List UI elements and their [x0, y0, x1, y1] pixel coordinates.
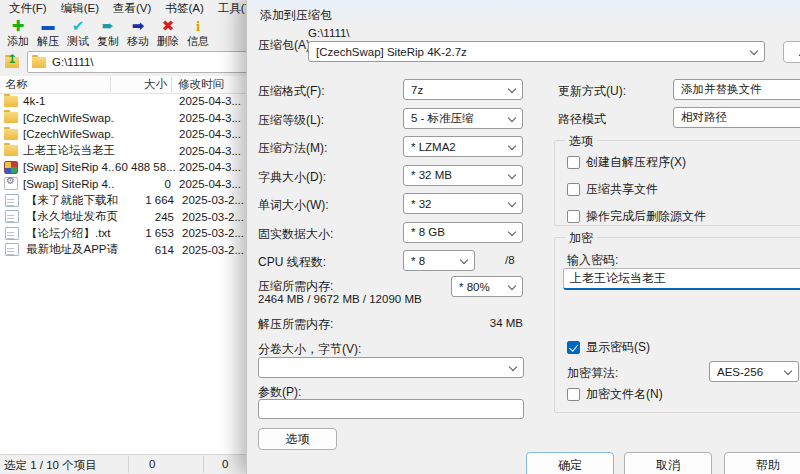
file-row[interactable]: 【来了就能下载和... 1 664 2025-03-2... [0, 192, 246, 209]
file-modified: 2025-04-3... [171, 95, 241, 107]
field-combo[interactable]: * 32 MB [403, 165, 523, 186]
toolbar-button[interactable]: i 信息 [183, 17, 213, 50]
options-checkboxes: 创建自解压程序(X) 压缩共享文件 操作完成后删除源文件 [555, 154, 706, 235]
file-type-icon [5, 194, 19, 207]
file-row[interactable]: 最新地址及APP请... 614 2025-03-2... [0, 242, 246, 259]
cancel-button-label: 取消 [656, 457, 680, 474]
column-header-size[interactable]: 大小 [111, 77, 172, 92]
checkbox-label: 压缩共享文件 [586, 181, 658, 198]
selection-status: 选定 1 / 10 个项目 [4, 458, 97, 473]
field-label: 字典大小(D): [258, 169, 326, 186]
archive-name-combo[interactable]: [CzechSwap] SiteRip 4K-2.7z [308, 41, 765, 62]
file-row[interactable]: 4k-1 2025-04-3... [0, 93, 246, 110]
status-separator [128, 456, 129, 473]
checkbox-icon [567, 388, 580, 401]
archive-name-value: [CzechSwap] SiteRip 4K-2.7z [316, 46, 467, 58]
archive-label: 压缩包(A): [258, 37, 313, 54]
ok-button-label: 确定 [558, 457, 582, 474]
menu-item[interactable]: 书签(A) [158, 1, 210, 16]
cpu-threads-max: /8 [505, 254, 515, 266]
encryption-method-combo[interactable]: AES-256 [709, 361, 799, 382]
option-checkbox-row[interactable]: 操作完成后删除源文件 [567, 208, 706, 225]
volume-size-combo[interactable] [258, 357, 524, 378]
encrypt-filenames-checkbox[interactable]: 加密文件名(N) [567, 386, 663, 403]
field-label: 压缩格式(F): [258, 83, 325, 100]
toolbar-button-label: 删除 [157, 35, 179, 47]
checkbox-label: 操作完成后删除源文件 [586, 208, 706, 225]
show-password-checkbox[interactable]: 显示密码(S) [567, 339, 650, 356]
archive-directory: G:\1111\ [308, 27, 350, 39]
toolbar-button[interactable]: ✖ 删除 [153, 17, 183, 50]
options-button-label: 选项 [286, 431, 310, 448]
toolbar-icon: ✔ [72, 17, 85, 35]
checkbox-label: 创建自解压程序(X) [586, 154, 686, 171]
field-label: 压缩等级(L): [258, 112, 324, 129]
file-row[interactable]: [Swap] SiteRip 4... 60 488 58... 2025-04… [0, 159, 246, 176]
toolbar-icon: ➨ [102, 17, 115, 35]
options-button[interactable]: 选项 [258, 428, 337, 450]
field-combo[interactable]: 5 - 标准压缩 [403, 108, 523, 129]
field-label: 压缩方法(M): [258, 140, 327, 157]
file-modified: 2025-03-2... [174, 194, 244, 206]
field-combo[interactable]: * 32 [403, 193, 523, 214]
help-button[interactable]: 帮助 [724, 452, 800, 474]
update-mode-combo[interactable]: 添加并替换文件 [673, 79, 800, 100]
menu-item[interactable]: 查看(V) [106, 1, 158, 16]
toolbar-button[interactable]: ➡ 移动 [123, 17, 153, 50]
dialog-title: 添加到压缩包 [247, 0, 800, 26]
file-name: 最新地址及APP请... [26, 242, 118, 257]
encryption-group-title: 加密 [565, 230, 597, 247]
file-row[interactable]: [CzechWifeSwap... 2025-04-3... [0, 110, 246, 127]
toolbar-button[interactable]: ✚ 添加 [3, 17, 33, 50]
toolbar-button[interactable]: ▬ 解压 [33, 17, 63, 50]
ok-button[interactable]: 确定 [526, 452, 614, 474]
file-type-icon [4, 161, 18, 174]
file-type-icon [4, 112, 18, 123]
file-name: [CzechWifeSwap... [23, 112, 115, 124]
checkbox-icon [567, 183, 580, 196]
field-combo[interactable]: * LZMA2 [403, 136, 523, 157]
toolbar-button[interactable]: ➨ 复制 [93, 17, 123, 50]
up-folder-button[interactable]: ↥ [2, 52, 22, 72]
menu-item[interactable]: 编辑(E) [54, 1, 106, 16]
toolbar-button-label: 添加 [7, 35, 29, 47]
toolbar-button-label: 测试 [67, 35, 89, 47]
password-input[interactable]: 上老王论坛当老王 [563, 268, 800, 290]
show-password-label: 显示密码(S) [586, 339, 650, 356]
file-row[interactable]: [Swap] SiteRip 4... 0 2025-04-3... [0, 176, 246, 193]
toolbar-icon: i [196, 17, 200, 35]
field-combo[interactable]: 7z [403, 79, 523, 100]
file-modified: 2025-04-3... [171, 112, 241, 124]
file-modified: 2025-04-3... [171, 145, 241, 157]
option-checkbox-row[interactable]: 创建自解压程序(X) [567, 154, 706, 171]
file-size: 614 [118, 244, 174, 256]
file-type-icon [5, 243, 19, 256]
file-type-icon [4, 96, 18, 107]
memory-percent-combo[interactable]: * 80% [451, 276, 523, 297]
file-size: 245 [118, 211, 174, 223]
toolbar-button[interactable]: ✔ 测试 [63, 17, 93, 50]
menu-item[interactable]: 文件(F) [2, 1, 54, 16]
file-row[interactable]: 【永久地址发布页... 245 2025-03-2... [0, 209, 246, 226]
file-row[interactable]: 上老王论坛当老王 2025-04-3... [0, 143, 246, 160]
toolbar-icon: ➡ [132, 17, 145, 35]
column-header-modified[interactable]: 修改时间 [172, 77, 224, 92]
option-checkbox-row[interactable]: 压缩共享文件 [567, 181, 706, 198]
path-mode-combo[interactable]: 相对路径 [673, 107, 800, 128]
parameters-input[interactable] [258, 399, 524, 419]
file-name: [CzechWifeSwap... [23, 128, 115, 140]
file-row[interactable]: [CzechWifeSwap... 2025-04-3... [0, 126, 246, 143]
options-group-title: 选项 [565, 133, 597, 150]
cpu-threads-combo[interactable]: * 8 [403, 250, 475, 271]
checkbox-icon [567, 210, 580, 223]
file-row[interactable]: 【论坛介绍】.txt 1 653 2025-03-2... [0, 225, 246, 242]
column-header-name[interactable]: 名称 [0, 77, 111, 92]
update-mode-label: 更新方式(U): [558, 83, 626, 100]
field-combo[interactable]: * 8 GB [403, 222, 523, 243]
field-value: * 8 GB [411, 226, 445, 238]
browse-button[interactable]: ... [783, 41, 800, 63]
field-label: 单词大小(W): [258, 197, 329, 214]
compress-memory-detail: 2464 MB / 9672 MB / 12090 MB [258, 293, 422, 305]
cancel-button[interactable]: 取消 [624, 452, 712, 474]
folder-icon [32, 57, 46, 68]
